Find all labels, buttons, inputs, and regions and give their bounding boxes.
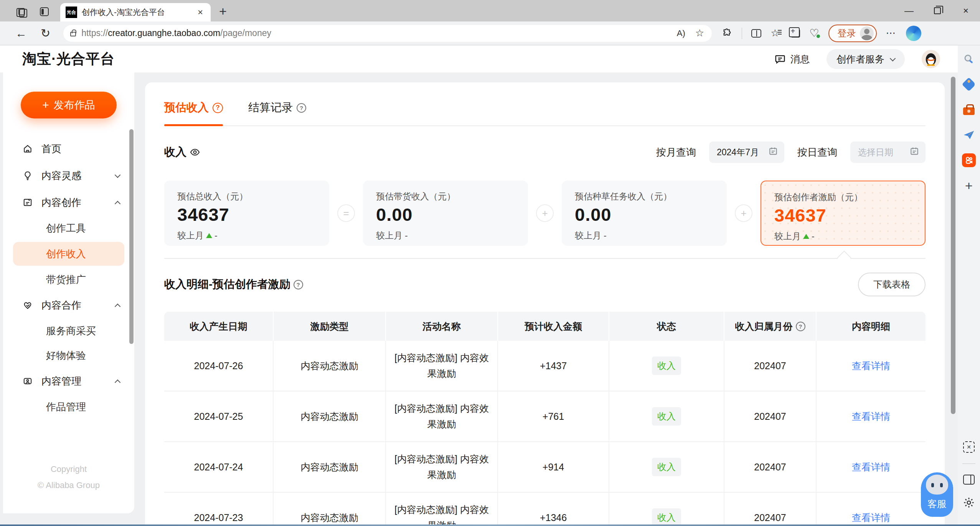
cell-status: 收入 [609,493,724,526]
customer-service-button[interactable]: 客服 [921,472,953,517]
site-header: 淘宝·光合平台 消息 创作者服务 [0,46,958,72]
sidebar-scrollbar[interactable] [129,129,134,344]
cell-type: 内容动态激励 [274,341,386,391]
month-query-label: 按月查询 [656,146,696,159]
sidebar-item-cooperation[interactable]: 内容合作 [3,292,134,319]
sidebar-item-home[interactable]: 首页 [3,135,134,162]
table-row: 2024-07-23 内容动态激励 [内容动态激励] 内容效果激励 +1346 … [164,493,926,526]
cell-date: 2024-07-24 [164,442,274,492]
help-icon[interactable]: ? [796,322,805,331]
sidebar-item-creation-tools[interactable]: 创作工具 [3,216,134,240]
split-screen-icon[interactable] [751,29,761,38]
user-card-icon [22,376,33,386]
screenshot-tool-icon[interactable] [963,441,975,453]
sidebar-item-service-purchase[interactable]: 服务商采买 [3,319,134,343]
th-type: 激励类型 [274,312,386,341]
workspaces-icon[interactable] [16,7,25,16]
lightbulb-icon [22,170,33,181]
address-bar[interactable]: https://creator.guanghe.taobao.com/page/… [63,25,712,42]
tab-actions-icon[interactable] [40,7,49,16]
browser-essentials-icon[interactable]: ♡ [809,27,819,39]
chevron-up-icon [115,201,121,207]
publish-button[interactable]: + 发布作品 [21,92,117,118]
view-details-link[interactable]: 查看详情 [852,461,890,473]
sidebar-item-creation-income[interactable]: 创作收入 [3,240,134,267]
trend-up-icon [206,233,212,238]
cell-type: 内容动态激励 [274,391,386,441]
table-header: 收入产生日期 激励类型 活动名称 预计收入金额 状态 收入归属月份? 内容明细 [164,312,926,341]
main-content: 预估收入 ? 结算记录 ? 收入 按月查询 2024年7月 按日查询 [145,82,945,526]
messages-label: 消息 [790,53,810,66]
window-restore-button[interactable] [923,2,952,20]
page-scrollbar[interactable] [951,77,955,414]
shopping-tag-icon[interactable] [962,77,976,92]
cell-activity: [内容动态激励] 内容效果激励 [386,493,498,526]
chevron-up-icon [115,303,121,309]
help-icon[interactable]: ? [297,103,306,113]
tab-close-icon[interactable]: × [196,7,205,18]
income-section-title: 收入 [164,145,200,160]
view-details-link[interactable]: 查看详情 [852,511,890,524]
favorites-icon[interactable]: ☆ [770,27,779,39]
sidebar-item-promotion[interactable]: 带货推广 [3,267,134,292]
site-logo[interactable]: 淘宝·光合平台 [22,49,115,69]
sidebar-item-works-management[interactable]: 作品管理 [3,394,134,419]
creator-incentive-value: 34637 [774,205,912,226]
date-placeholder: 选择日期 [858,146,893,158]
browser-tab-active[interactable]: 光合 创作收入-淘宝光合平台 × [60,3,211,21]
lock-icon[interactable] [70,32,76,36]
window-minimize-button[interactable]: — [895,2,923,20]
kuaishou-icon[interactable] [962,153,976,168]
sidebar-item-content-management[interactable]: 内容管理 [3,368,134,394]
help-icon[interactable]: ? [294,280,303,289]
status-badge: 收入 [652,407,681,426]
cell-month: 202407 [724,341,817,391]
refresh-button[interactable]: ↻ [35,28,56,39]
sidebar-panel-icon[interactable] [963,475,975,485]
income-detail-table: 收入产生日期 激励类型 活动名称 预计收入金额 状态 收入归属月份? 内容明细 … [164,312,926,526]
mascot-icon [926,475,948,495]
browser-window: 光合 创作收入-淘宝光合平台 × + — × ← ↻ https://creat… [0,0,980,526]
sidebar-search-icon[interactable] [962,52,976,66]
favorite-star-icon[interactable]: ☆ [695,27,704,39]
date-picker[interactable]: 选择日期 [850,141,926,163]
new-tab-button[interactable]: + [219,5,227,18]
calendar-icon [768,146,778,158]
login-button[interactable]: 登录 [828,25,877,42]
tab-settlement-records[interactable]: 结算记录 ? [248,100,306,125]
user-avatar[interactable] [922,50,940,68]
back-button[interactable]: ← [10,28,32,39]
content-tabs: 预估收入 ? 结算记录 ? [164,82,926,126]
settings-gear-icon[interactable] [962,495,976,510]
cell-activity: [内容动态激励] 内容效果激励 [386,391,498,441]
tab-title: 创作收入-淘宝光合平台 [82,7,191,18]
window-close-button[interactable]: × [952,2,980,20]
help-icon[interactable]: ? [213,103,223,113]
drop-paper-plane-icon[interactable] [962,128,976,142]
sidebar-item-creation[interactable]: 内容创作 [3,189,134,216]
sidebar-item-product-trial[interactable]: 好物体验 [3,343,134,368]
extensions-icon[interactable] [722,28,733,39]
collections-icon[interactable] [791,29,800,38]
status-badge: 收入 [652,508,681,526]
heart-hands-icon [22,300,33,311]
messages-button[interactable]: 消息 [774,53,810,66]
creator-service-dropdown[interactable]: 创作者服务 [827,49,905,69]
month-picker[interactable]: 2024年7月 [709,141,784,163]
th-amount: 预计收入金额 [498,312,609,341]
sidebar-add-icon[interactable]: + [965,178,973,193]
view-details-link[interactable]: 查看详情 [852,410,890,423]
table-row: 2024-07-26 内容动态激励 [内容动态激励] 内容效果激励 +1437 … [164,341,926,391]
tools-icon[interactable] [962,102,976,117]
view-details-link[interactable]: 查看详情 [852,360,890,372]
download-table-button[interactable]: 下载表格 [858,273,926,296]
read-aloud-icon[interactable]: A) [677,28,685,38]
copilot-icon[interactable] [906,26,921,41]
sidebar-item-inspiration[interactable]: 内容灵感 [3,162,134,189]
card-creator-incentive[interactable]: 预估创作者激励（元） 34637 较上月- [761,181,926,246]
eye-icon[interactable] [190,147,200,158]
browser-toolbar: ← ↻ https://creator.guanghe.taobao.com/p… [0,21,980,45]
site-favicon: 光合 [66,7,77,18]
tab-estimated-income[interactable]: 预估收入 ? [164,100,223,125]
settings-menu-icon[interactable]: ⋯ [886,27,897,39]
